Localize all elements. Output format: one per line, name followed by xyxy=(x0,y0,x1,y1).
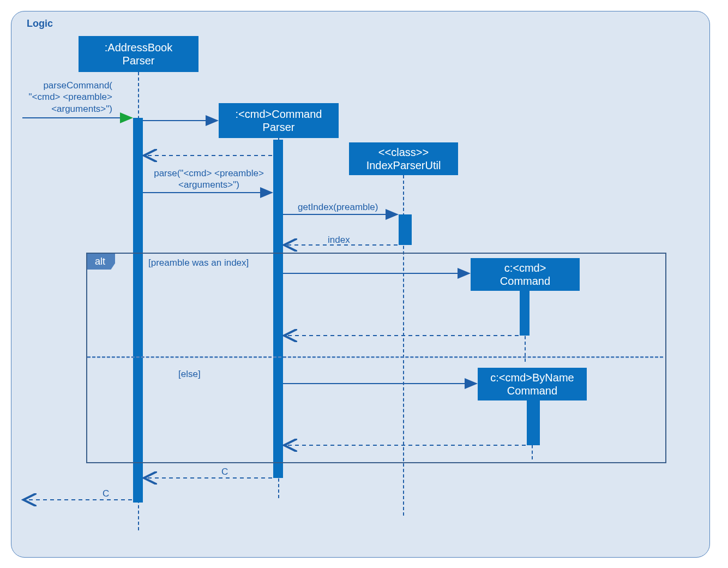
participant-label: :<cmd>Command Parser xyxy=(221,107,336,134)
participant-index-parser-util: <<class>> IndexParserUtil xyxy=(349,142,458,175)
guard-else: [else] xyxy=(178,368,201,380)
frame-label: Logic xyxy=(27,18,53,29)
alt-divider xyxy=(87,356,663,358)
activation-index-util xyxy=(399,214,412,245)
alt-label: alt xyxy=(87,254,115,270)
msg-return-c1: C xyxy=(221,466,228,477)
logic-frame: Logic :AddressBook Parser :<cmd>Command … xyxy=(11,11,710,558)
participant-addressbook-parser: :AddressBook Parser xyxy=(79,36,198,72)
participant-label: <<class>> IndexParserUtil xyxy=(351,146,456,172)
msg-get-index: getIndex(preamble) xyxy=(298,201,378,213)
participant-label: :AddressBook Parser xyxy=(81,41,196,67)
msg-return-c2: C xyxy=(103,488,109,499)
msg-parse: parse("<cmd> <preamble> <arguments>") xyxy=(149,168,269,191)
guard-index: [preamble was an index] xyxy=(148,257,249,268)
msg-index: index xyxy=(328,234,350,246)
alt-fragment: alt xyxy=(86,253,666,463)
participant-cmd-command-parser: :<cmd>Command Parser xyxy=(219,103,339,138)
msg-parse-command: parseCommand( "<cmd> <preamble> <argumen… xyxy=(20,80,112,115)
